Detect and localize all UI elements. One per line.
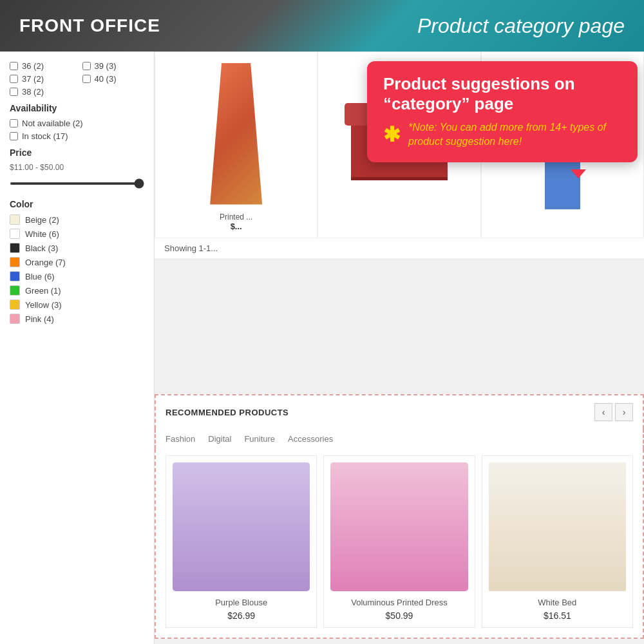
- top-product-1-img: [162, 59, 310, 209]
- color-item-0[interactable]: Beige (2): [10, 214, 144, 225]
- rec-product-2: Voluminous Printed Dress $50.99: [323, 455, 475, 628]
- content-area: Printed ... $... Showing 1-1... Product …: [155, 52, 644, 644]
- color-swatch-5: [10, 285, 20, 296]
- recommended-next-button[interactable]: ›: [615, 403, 633, 421]
- not-available-filter[interactable]: Not available (2): [10, 118, 144, 128]
- price-range-label: $11.00 - $50.00: [10, 163, 144, 172]
- color-label-0: Beige (2): [25, 215, 59, 225]
- tab-digital-rec[interactable]: Digital: [208, 434, 231, 444]
- size-39[interactable]: 39 (3): [82, 61, 145, 71]
- rec-product-1-img: [173, 462, 310, 591]
- tab-accessories-rec[interactable]: Accessories: [288, 434, 333, 444]
- color-item-3[interactable]: Orange (7): [10, 257, 144, 267]
- color-swatch-2: [10, 243, 20, 253]
- sidebar: 36 (2) 37 (2) 38 (2) 39 (3) 40 (3) Avail…: [0, 52, 155, 644]
- price-slider[interactable]: [10, 182, 144, 185]
- popup-tooltip: Product suggestions on “category” page ✱…: [367, 61, 638, 162]
- color-swatch-0: [10, 214, 20, 225]
- rec-product-3-name: White Bed: [489, 598, 626, 607]
- rec-product-3-img: [489, 462, 626, 591]
- recommended-title: RECOMMENDED PRODUCTS: [166, 408, 289, 417]
- header: FRONT OFFICE Product category page: [0, 0, 644, 52]
- rec-product-2-price: $50.99: [330, 611, 468, 621]
- color-label-6: Yellow (3): [25, 300, 62, 310]
- color-item-1[interactable]: White (6): [10, 229, 144, 239]
- size-36[interactable]: 36 (2): [10, 61, 72, 71]
- price-title: Price: [10, 147, 144, 158]
- top-product-1-price: $...: [231, 222, 242, 231]
- color-label-2: Black (3): [25, 243, 58, 253]
- color-swatch-6: [10, 299, 20, 310]
- main-layout: 36 (2) 37 (2) 38 (2) 39 (3) 40 (3) Avail…: [0, 52, 644, 644]
- color-swatch-7: [10, 314, 20, 324]
- recommended-products-grid: Purple Blouse $26.99 Voluminous Printed …: [166, 455, 633, 628]
- color-swatch-4: [10, 271, 20, 281]
- showing-text: Showing 1-1...: [155, 238, 644, 259]
- color-item-2[interactable]: Black (3): [10, 243, 144, 253]
- color-label-5: Green (1): [25, 286, 61, 296]
- color-label-3: Orange (7): [25, 258, 66, 267]
- tab-funiture-rec[interactable]: Funiture: [244, 434, 275, 444]
- color-item-5[interactable]: Green (1): [10, 285, 144, 296]
- header-left-title: FRONT OFFICE: [19, 15, 160, 36]
- in-stock-filter[interactable]: In stock (17): [10, 131, 144, 141]
- orange-dress-shape: [207, 63, 265, 205]
- rec-product-3: White Bed $16.51: [482, 455, 633, 628]
- color-item-6[interactable]: Yellow (3): [10, 299, 144, 310]
- color-swatch-3: [10, 257, 20, 267]
- rec-product-1: Purple Blouse $26.99: [166, 455, 317, 628]
- white-bed-shape: [489, 462, 626, 591]
- color-label-4: Blue (6): [25, 272, 55, 281]
- printed-dress-shape: [330, 462, 468, 591]
- recommended-prev-button[interactable]: ‹: [594, 403, 612, 421]
- size-37[interactable]: 37 (2): [10, 74, 72, 84]
- top-product-1-name: Printed ...: [220, 213, 252, 222]
- recommended-section: RECOMMENDED PRODUCTS ‹ › Fashion Digital…: [155, 394, 644, 639]
- color-swatch-1: [10, 229, 20, 239]
- recommended-nav: ‹ ›: [594, 403, 633, 421]
- rec-product-2-img: [330, 462, 468, 591]
- recommended-tabs: Fashion Digital Funiture Accessories: [155, 429, 644, 449]
- top-product-1: Printed ... $...: [155, 52, 317, 238]
- size-40[interactable]: 40 (3): [82, 74, 145, 84]
- color-label-1: White (6): [25, 229, 59, 239]
- size-38[interactable]: 38 (2): [10, 87, 72, 97]
- tab-fashion-rec[interactable]: Fashion: [166, 434, 195, 444]
- recommended-products: Purple Blouse $26.99 Voluminous Printed …: [155, 449, 644, 639]
- rec-product-1-name: Purple Blouse: [173, 598, 310, 607]
- availability-title: Availability: [10, 103, 144, 113]
- recommended-header: RECOMMENDED PRODUCTS ‹ ›: [155, 394, 644, 429]
- color-item-4[interactable]: Blue (6): [10, 271, 144, 281]
- color-label-7: Pink (4): [25, 314, 54, 324]
- popup-asterisk-icon: ✱: [383, 122, 401, 147]
- size-filter: 36 (2) 37 (2) 38 (2) 39 (3) 40 (3): [10, 61, 144, 97]
- header-right-title: Product category page: [417, 14, 625, 38]
- color-filter-list: Beige (2)White (6)Black (3)Orange (7)Blu…: [10, 214, 144, 324]
- popup-note: ✱ *Note: You can add more from 14+ types…: [383, 120, 621, 149]
- color-item-7[interactable]: Pink (4): [10, 314, 144, 324]
- rec-product-2-name: Voluminous Printed Dress: [330, 598, 468, 607]
- popup-note-text: *Note: You can add more from 14+ types o…: [408, 120, 621, 149]
- purple-blouse-shape: [173, 462, 310, 591]
- rec-product-3-price: $16.51: [489, 611, 626, 621]
- rec-product-1-price: $26.99: [173, 611, 310, 621]
- color-title: Color: [10, 199, 144, 209]
- popup-title: Product suggestions on “category” page: [383, 74, 621, 114]
